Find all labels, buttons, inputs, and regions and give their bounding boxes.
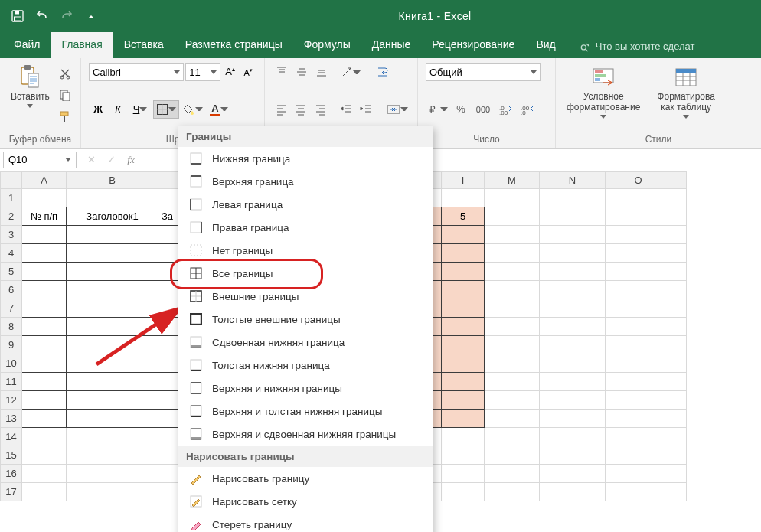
col-header[interactable]: I (442, 172, 485, 189)
decrease-decimal-button[interactable]: .00.0 (518, 100, 537, 119)
cell[interactable] (442, 465, 485, 483)
align-bottom-button[interactable] (312, 63, 331, 81)
col-header[interactable]: O (606, 172, 671, 189)
row-header[interactable]: 17 (1, 483, 22, 501)
row-header[interactable]: 16 (1, 465, 22, 483)
orientation-button[interactable] (338, 63, 363, 81)
cell[interactable] (22, 189, 67, 207)
cell[interactable] (606, 263, 671, 281)
row-header[interactable]: 3 (1, 226, 22, 244)
cell[interactable] (22, 428, 67, 446)
cell[interactable] (606, 299, 671, 318)
cell[interactable] (485, 465, 540, 483)
cell[interactable]: № п/п (22, 207, 67, 226)
number-format-combo[interactable]: Общий (426, 63, 541, 81)
row-header[interactable]: 11 (1, 373, 22, 391)
tab-review[interactable]: Рецензирование (421, 32, 525, 58)
cell[interactable] (485, 226, 540, 244)
cell[interactable] (22, 446, 67, 465)
undo-button[interactable] (32, 6, 52, 26)
cell[interactable] (67, 299, 158, 318)
cell[interactable] (22, 244, 67, 263)
italic-button[interactable]: К (109, 100, 127, 119)
cell[interactable] (606, 354, 671, 373)
cell[interactable] (671, 263, 687, 281)
cell[interactable] (485, 428, 540, 446)
font-size-combo[interactable]: 11 (185, 63, 220, 81)
cell[interactable] (442, 354, 485, 373)
cell[interactable] (67, 281, 158, 299)
cell[interactable] (540, 299, 606, 318)
col-header[interactable]: B (67, 172, 158, 189)
cell[interactable] (540, 354, 606, 373)
menu-item-border[interactable]: Правая граница (178, 216, 433, 239)
cell[interactable] (485, 189, 540, 207)
row-header[interactable]: 8 (1, 318, 22, 336)
cell[interactable] (671, 483, 687, 501)
underline-button[interactable]: Ч (129, 100, 152, 119)
select-all-corner[interactable] (1, 172, 22, 189)
cell[interactable] (67, 410, 158, 428)
cell[interactable] (606, 189, 671, 207)
row-header[interactable]: 1 (1, 189, 22, 207)
cell[interactable] (671, 373, 687, 391)
cell[interactable] (22, 336, 67, 354)
cell[interactable] (606, 336, 671, 354)
cell[interactable] (540, 263, 606, 281)
menu-item-border[interactable]: Левая граница (178, 193, 433, 216)
insert-function-button[interactable]: fx (121, 152, 141, 168)
cell[interactable] (606, 318, 671, 336)
align-top-button[interactable] (273, 63, 291, 81)
menu-item-draw[interactable]: Нарисовать сетку (178, 490, 433, 513)
cell[interactable] (606, 410, 671, 428)
cell[interactable] (442, 263, 485, 281)
cell[interactable] (67, 354, 158, 373)
cell[interactable] (22, 354, 67, 373)
qat-customize-button[interactable] (81, 6, 101, 26)
cell[interactable] (540, 318, 606, 336)
cell[interactable] (540, 446, 606, 465)
cell[interactable] (67, 226, 158, 244)
cell[interactable] (540, 465, 606, 483)
font-name-combo[interactable]: Calibri (89, 63, 184, 81)
conditional-formatting-button[interactable]: Условное форматирование (563, 66, 643, 120)
menu-item-border[interactable]: Внешние границы (178, 285, 433, 308)
cell[interactable] (442, 336, 485, 354)
cell[interactable] (671, 299, 687, 318)
paste-button[interactable]: Вставить (8, 63, 53, 126)
cell[interactable] (671, 281, 687, 299)
tell-me-search[interactable]: Что вы хотите сделат (573, 34, 703, 58)
enter-entry-button[interactable]: ✓ (101, 152, 121, 168)
row-header[interactable]: 9 (1, 336, 22, 354)
name-box[interactable]: Q10 (3, 152, 77, 168)
cell[interactable] (67, 373, 158, 391)
font-color-button[interactable]: А (207, 100, 231, 119)
cell[interactable] (540, 336, 606, 354)
cell[interactable] (22, 391, 67, 410)
row-header[interactable]: 4 (1, 244, 22, 263)
tab-view[interactable]: Вид (525, 32, 566, 58)
menu-item-border[interactable]: Нет границы (178, 239, 433, 262)
align-middle-button[interactable] (292, 63, 311, 81)
cell[interactable] (67, 189, 158, 207)
cell[interactable] (671, 207, 687, 226)
cell[interactable] (442, 299, 485, 318)
menu-item-draw[interactable]: Стереть границу (178, 513, 433, 532)
cell[interactable] (67, 244, 158, 263)
cell[interactable] (485, 263, 540, 281)
col-header[interactable]: A (22, 172, 67, 189)
cell[interactable] (671, 226, 687, 244)
cancel-entry-button[interactable]: ✕ (81, 152, 101, 168)
menu-item-border[interactable]: Толстая нижняя граница (178, 354, 433, 377)
cell[interactable]: Заголовок1 (67, 207, 158, 226)
row-header[interactable]: 13 (1, 410, 22, 428)
col-header[interactable]: N (540, 172, 606, 189)
cell[interactable] (606, 281, 671, 299)
cell[interactable] (485, 373, 540, 391)
merge-button[interactable] (386, 100, 410, 119)
cell[interactable] (606, 428, 671, 446)
cell[interactable] (485, 318, 540, 336)
cell[interactable] (67, 336, 158, 354)
menu-item-border[interactable]: Верхняя и толстая нижняя границы (178, 400, 433, 423)
cell[interactable]: 5 (442, 207, 485, 226)
